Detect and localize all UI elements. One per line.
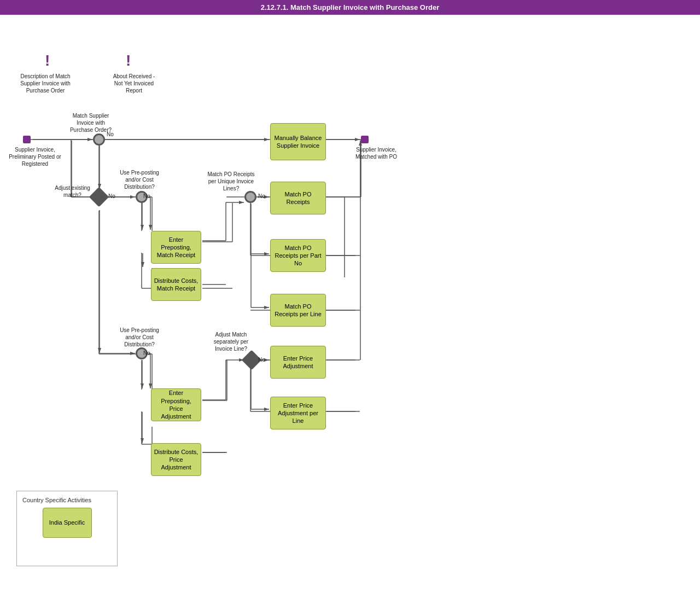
use-preposting-label-2: Use Pre-posting and/or Cost Distribution… <box>115 327 164 348</box>
no-label-circle2: No <box>143 193 150 200</box>
enter-preposting-price-box: Enter Preposting, Price Adjustment <box>151 388 201 421</box>
circle-node-3 <box>244 191 256 203</box>
enter-preposting-match-box: Enter Preposting, Match Receipt <box>151 231 201 264</box>
match-po-unique-label: Match PO Receipts per Unique Invoice Lin… <box>205 171 257 192</box>
manually-balance-box: Manually Balance Supplier Invoice <box>270 123 326 160</box>
no-label-diamond4: No <box>258 356 265 363</box>
match-po-receipts-part-box: Match PO Receipts per Part No <box>270 239 326 272</box>
circle-node-1 <box>93 133 105 146</box>
page-title: 2.12.7.1. Match Supplier Invoice with Pu… <box>261 3 440 11</box>
supplier-invoice-end-label: Supplier Invoice, Matched with PO <box>349 146 404 160</box>
india-specific-box: India Specific <box>43 508 92 538</box>
use-preposting-label-1: Use Pre-posting and/or Cost Distribution… <box>115 169 164 190</box>
exclaim-icon-2: ! <box>126 52 131 69</box>
supplier-invoice-start-label: Supplier Invoice, Preliminary Posted or … <box>8 146 62 167</box>
no-label-adjust: No <box>108 193 115 200</box>
end-rect <box>361 136 369 143</box>
diagram-container: ! ! Description of Match Supplier Invoic… <box>0 15 700 600</box>
match-supplier-question-label: Match Supplier Invoice with Purchase Ord… <box>69 112 113 133</box>
distribute-costs-match-box: Distribute Costs, Match Receipt <box>151 268 201 301</box>
exclaim-icon-1: ! <box>45 52 50 69</box>
enter-price-adj-box: Enter Price Adjustment <box>270 346 326 379</box>
enter-price-adj-line-box: Enter Price Adjustment per Line <box>270 397 326 429</box>
svg-line-65 <box>148 197 202 231</box>
start-rect <box>23 136 31 143</box>
match-po-receipts-line-box: Match PO Receipts per Line <box>270 294 326 327</box>
description-label: Description of Match Supplier Invoice wi… <box>15 73 75 94</box>
distribute-costs-price-box: Distribute Costs, Price Adjustment <box>151 443 201 476</box>
legend-title: Country Specific Activities <box>22 497 112 503</box>
no-label-circle3: No <box>258 193 265 200</box>
no-label-lower1: No <box>143 350 150 357</box>
adjust-existing-label: Adjust existing match? <box>55 184 90 199</box>
adjust-match-separately-label: Adjust Match separately per Invoice Line… <box>205 331 257 352</box>
legend-box: Country Specific Activities India Specif… <box>16 491 118 566</box>
no-label-1: No <box>107 131 114 138</box>
adjust-existing-diamond <box>89 187 109 207</box>
title-bar: 2.12.7.1. Match Supplier Invoice with Pu… <box>0 0 700 15</box>
match-po-receipts-box: Match PO Receipts <box>270 182 326 214</box>
about-received-label: About Received - Not Yet Invoiced Report <box>109 73 159 94</box>
